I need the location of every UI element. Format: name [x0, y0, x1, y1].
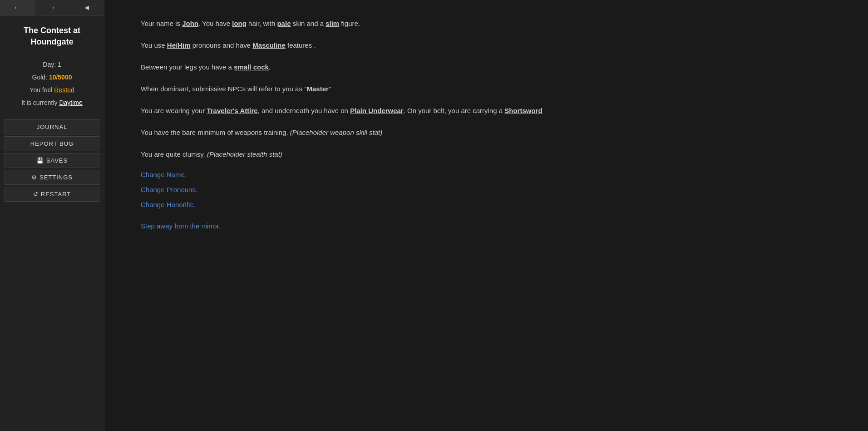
p5-outfit: Traveler's Attire — [207, 107, 257, 114]
p1-skin: pale — [277, 20, 291, 27]
p6-pre: You have the bare minimum of weapons tra… — [141, 129, 290, 136]
change-pronouns-link[interactable]: Change Pronouns. — [141, 186, 832, 193]
actions-group: Change Name. Change Pronouns. Change Hon… — [141, 171, 832, 208]
step-away-group: Step away from the mirror. — [141, 222, 832, 230]
p1-pre: Your name is — [141, 20, 182, 27]
saves-icon: 💾 — [36, 157, 44, 164]
action-buttons: JOURNAL REPORT BUG 💾 SAVES ⚙ SETTINGS ↺ … — [0, 115, 104, 206]
paragraph-1: Your name is John. You have long hair, w… — [141, 18, 832, 29]
paragraph-5: You are wearing your Traveler's Attire, … — [141, 105, 832, 116]
p4-pre: When dominant, submissive NPCs will refe… — [141, 85, 306, 93]
p3-end: . — [269, 63, 271, 71]
paragraph-7: You are quite clumsy. (Placeholder steal… — [141, 149, 832, 160]
main-content: Your name is John. You have long hair, w… — [104, 0, 868, 431]
feel-stat: You feel Rested — [5, 84, 99, 96]
step-away-link[interactable]: Step away from the mirror. — [141, 222, 832, 230]
back-button[interactable]: ← — [0, 0, 35, 15]
feel-label: You feel — [30, 86, 54, 94]
p5-weapon: Shortsword — [504, 107, 542, 114]
p5-mid2: . On your belt, you are carrying a — [404, 107, 505, 114]
p3-pre: Between your legs you have a — [141, 63, 234, 71]
p1-name: John — [182, 20, 198, 27]
p1-mid2: hair, with — [247, 20, 277, 27]
day-stat: Day: 1 — [5, 58, 99, 71]
restart-button[interactable]: ↺ RESTART — [5, 187, 99, 202]
feel-value: Rested — [54, 86, 74, 94]
p1-figure: slim — [326, 20, 339, 27]
p1-end: figure. — [339, 20, 360, 27]
settings-label: SETTINGS — [39, 174, 73, 181]
time-stat: It is currently Daytime — [5, 96, 99, 109]
p5-pre: You are wearing your — [141, 107, 207, 114]
p1-mid1: . You have — [198, 20, 232, 27]
p5-underwear: Plain Underwear — [350, 107, 404, 114]
change-honorific-link[interactable]: Change Honorific. — [141, 201, 832, 208]
restart-label: RESTART — [41, 191, 71, 198]
nav-buttons: ← → ◄ — [0, 0, 104, 16]
p7-placeholder: (Placeholder stealth stat) — [207, 150, 282, 158]
paragraph-3: Between your legs you have a small cock. — [141, 62, 832, 73]
journal-button[interactable]: JOURNAL — [5, 119, 99, 134]
p4-end: " — [329, 85, 331, 93]
paragraph-4: When dominant, submissive NPCs will refe… — [141, 84, 832, 94]
time-label: It is currently — [21, 99, 59, 106]
p2-pre: You use — [141, 41, 167, 49]
gold-value: 10/5000 — [49, 74, 72, 81]
paragraph-6: You have the bare minimum of weapons tra… — [141, 127, 832, 138]
p2-features: Masculine — [252, 41, 286, 49]
p6-placeholder: (Placeholder weapon skill stat) — [290, 129, 382, 136]
p1-mid3: skin and a — [291, 20, 326, 27]
game-title: The Contest at Houndgate — [0, 16, 104, 54]
gold-label: Gold: — [32, 74, 49, 81]
p1-hair: long — [232, 20, 247, 27]
sidebar: ← → ◄ The Contest at Houndgate Day: 1 Go… — [0, 0, 104, 431]
p7-pre: You are quite clumsy. — [141, 150, 207, 158]
time-value: Daytime — [59, 99, 82, 106]
p2-mid: pronouns and have — [191, 41, 253, 49]
settings-icon: ⚙ — [31, 174, 37, 181]
paragraph-2: You use He/Him pronouns and have Masculi… — [141, 40, 832, 51]
stats-section: Day: 1 Gold: 10/5000 You feel Rested It … — [0, 54, 104, 113]
gold-stat: Gold: 10/5000 — [5, 71, 99, 84]
change-name-link[interactable]: Change Name. — [141, 171, 832, 178]
forward-button[interactable]: → — [35, 0, 70, 15]
saves-button[interactable]: 💾 SAVES — [5, 153, 99, 168]
p3-genitals: small cock — [234, 63, 269, 71]
p4-title: Master — [306, 85, 328, 93]
p2-pronouns: He/Him — [167, 41, 191, 49]
collapse-button[interactable]: ◄ — [69, 0, 104, 15]
report-bug-button[interactable]: REPORT BUG — [5, 136, 99, 151]
saves-label: SAVES — [46, 157, 68, 164]
restart-icon: ↺ — [33, 191, 39, 198]
settings-button[interactable]: ⚙ SETTINGS — [5, 170, 99, 185]
p5-mid1: , and underneath you have on — [258, 107, 350, 114]
p2-end: features . — [286, 41, 316, 49]
